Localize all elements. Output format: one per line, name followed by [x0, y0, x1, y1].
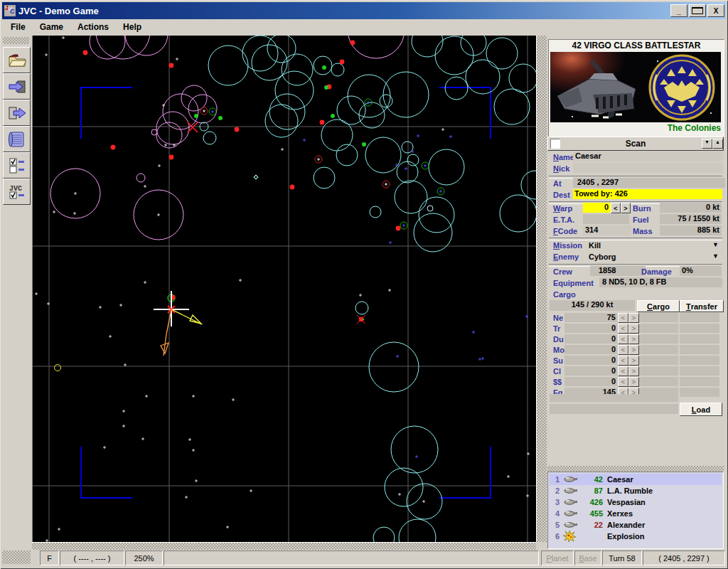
map-horizontal-scrollbar[interactable]	[32, 542, 536, 550]
planet-button[interactable]: Planet	[541, 551, 574, 565]
ship-list-name: Vespasian	[607, 498, 646, 506]
enemy-dropdown-arrow-icon[interactable]: ▼	[712, 252, 719, 260]
menu-actions[interactable]: Actions	[72, 21, 114, 33]
burn-label: Burn	[633, 204, 651, 213]
cargo-hold-cell[interactable]	[639, 324, 678, 333]
ship-list-id: 455	[580, 509, 603, 518]
statusbar-gripper[interactable]	[2, 551, 31, 564]
scan-expand-button[interactable]: ▲	[712, 139, 723, 149]
status-cursor-coords: ( ---- , ---- )	[60, 551, 124, 565]
cargo-decrease-button[interactable]: <	[618, 345, 628, 355]
nick-field[interactable]	[573, 163, 723, 173]
ship-list-item[interactable]: 1 42 Caesar	[550, 474, 722, 485]
ship-header-panel: 42 VIRGO CLASS BATTLESTAR	[548, 39, 724, 137]
cargo-hold-cell[interactable]	[639, 334, 678, 344]
cargo-hold-cell[interactable]	[639, 377, 678, 386]
cargo-transfer-cell[interactable]	[680, 334, 719, 344]
mission-label: Mission	[553, 241, 582, 250]
menu-file[interactable]: File	[5, 21, 31, 33]
cargo-hold-cell[interactable]	[639, 345, 678, 354]
cargo-increase-button[interactable]: >	[628, 313, 639, 323]
ship-list-item[interactable]: 4 455 Xerxes	[550, 508, 722, 519]
cargo-decrease-button[interactable]: <	[618, 313, 628, 323]
at-label: At	[553, 179, 562, 188]
warp-increase-button[interactable]: >	[621, 203, 631, 213]
cargo-column-button[interactable]: Cargo	[637, 300, 680, 312]
cargo-row-label: Cl	[553, 367, 561, 376]
eta-value	[583, 214, 629, 224]
cargo-row-value: 0	[564, 356, 618, 365]
close-button[interactable]: X	[707, 4, 724, 17]
cargo-decrease-button[interactable]: <	[618, 366, 628, 376]
cargo-hold-cell[interactable]	[639, 313, 678, 322]
scan-panel: Scan ▼ ▲ Name Caesar Nick At 2405 , 2297…	[547, 137, 724, 465]
cargo-transfer-cell[interactable]	[680, 388, 719, 397]
mission-dropdown-arrow-icon[interactable]: ▼	[712, 241, 719, 248]
ship-list-item[interactable]: 6 Explosion	[550, 531, 722, 542]
ship-icon	[563, 499, 577, 506]
toolbar-gripper[interactable]	[3, 37, 29, 44]
cargo-row-label: $$	[553, 378, 562, 386]
cargo-transfer-cell[interactable]	[680, 366, 719, 376]
starmap-container	[32, 36, 536, 542]
cargo-increase-button[interactable]: >	[628, 334, 639, 344]
report-button[interactable]	[3, 126, 31, 152]
check-out-button[interactable]	[3, 100, 31, 126]
cargo-decrease-button[interactable]: <	[618, 334, 628, 344]
load-button[interactable]: Load	[680, 403, 722, 416]
base-button[interactable]: Base	[574, 551, 601, 565]
cargo-transfer-cell[interactable]	[680, 345, 719, 354]
maximize-button[interactable]	[689, 4, 706, 17]
cargo-increase-button[interactable]: >	[628, 345, 639, 355]
cargo-hold-cell[interactable]	[639, 356, 678, 365]
mass-value: 885 kt	[660, 225, 722, 235]
open-folder-icon	[8, 53, 26, 68]
panel-splitter[interactable]	[547, 466, 724, 472]
ship-icon	[563, 487, 577, 494]
ship-list-item[interactable]: 2 87 L.A. Rumble	[550, 485, 722, 496]
ship-list-item[interactable]: 5 22 Alexander	[550, 519, 722, 531]
cargo-decrease-button[interactable]: <	[618, 324, 628, 334]
cargo-transfer-cell[interactable]	[680, 356, 719, 365]
cargo-increase-button[interactable]: >	[628, 366, 639, 376]
check-in-button[interactable]	[3, 73, 31, 100]
cargo-decrease-button[interactable]: <	[618, 377, 628, 387]
equipment-value: 8 ND5, 10 D, 8 FB	[599, 277, 722, 287]
ship-icon	[563, 510, 577, 517]
map-vertical-scrollbar[interactable]	[536, 36, 547, 542]
fcode-field[interactable]: 314	[583, 225, 631, 235]
cargo-section-label: Cargo	[553, 290, 576, 299]
mass-label: Mass	[633, 227, 653, 235]
open-game-button[interactable]	[3, 47, 31, 73]
equipment-label: Equipment	[553, 279, 594, 287]
warp-decrease-button[interactable]: <	[611, 203, 621, 213]
minimize-button[interactable]: _	[670, 4, 687, 17]
eta-label: E.T.A.	[553, 216, 574, 224]
cargo-increase-button[interactable]: >	[628, 324, 639, 334]
fcode-label: FCode	[553, 227, 577, 235]
cargo-transfer-cell[interactable]	[680, 377, 719, 386]
title-bar[interactable]: J V C JVC - Demo Game _ X	[2, 2, 726, 19]
options-button[interactable]	[3, 152, 31, 179]
warp-field[interactable]: 0	[583, 203, 611, 213]
cargo-transfer-cell[interactable]	[680, 313, 719, 322]
cargo-increase-button[interactable]: >	[628, 377, 639, 387]
ship-list-item[interactable]: 3 426 Vespasian	[550, 496, 722, 508]
enemy-value: Cyborg	[589, 252, 616, 261]
cargo-transfer-cell[interactable]	[680, 324, 719, 333]
menu-game[interactable]: Game	[34, 21, 69, 33]
cargo-hold-cell[interactable]	[639, 366, 678, 376]
scan-title-bar[interactable]: Scan ▼ ▲	[547, 137, 724, 151]
ship-list-number: 1	[550, 475, 560, 484]
starmap[interactable]	[33, 36, 536, 542]
ship-icon	[563, 476, 577, 483]
menu-help[interactable]: Help	[117, 21, 147, 33]
status-zoom-level: 250%	[125, 551, 163, 565]
scan-collapse-button[interactable]: ▼	[702, 139, 712, 149]
cargo-footer-bar	[550, 394, 678, 402]
jvc-config-button[interactable]: JVC	[3, 179, 31, 205]
cargo-increase-button[interactable]: >	[628, 356, 639, 366]
transfer-column-button[interactable]: Transfer	[680, 300, 724, 312]
name-field[interactable]: Caesar	[573, 151, 723, 161]
cargo-decrease-button[interactable]: <	[618, 356, 628, 366]
